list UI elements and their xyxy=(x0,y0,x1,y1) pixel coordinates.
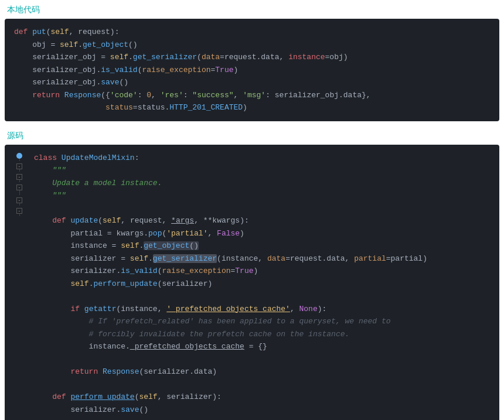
src-line-blank-2 xyxy=(34,290,492,303)
local-code-label: 本地代码 xyxy=(0,0,504,19)
src-line-perform-update: self.perform_update(serializer) xyxy=(34,278,492,291)
src-line-docstring-1: """ xyxy=(34,164,492,177)
src-line-docstring-2: Update a model instance. xyxy=(34,177,492,190)
local-line-7: status=status.HTTP_201_CREATED) xyxy=(14,101,490,114)
gutter-dot-class xyxy=(16,153,22,159)
local-line-5: serializer_obj.save() xyxy=(14,76,490,89)
local-line-3: serializer_obj = self.get_serializer(dat… xyxy=(14,51,490,64)
src-line-instance: instance = self.get_object() xyxy=(34,240,492,252)
fold-icon-4[interactable]: - xyxy=(16,197,22,203)
src-line-return-response: return Response(serializer.data) xyxy=(34,366,492,378)
src-line-comment-1: # If 'prefetch_related' has been applied… xyxy=(34,315,492,328)
page-container: 本地代码 def put(self, request): obj = self.… xyxy=(0,0,504,420)
src-line-blank-5 xyxy=(34,416,492,420)
src-line-def-update: def update(self, request, *args, **kwarg… xyxy=(34,214,492,227)
src-line-serializer: serializer = self.get_serializer(instanc… xyxy=(34,252,492,265)
fold-icon-3[interactable]: - xyxy=(16,185,22,190)
local-line-6: return Response({'code': 0, 'res': "succ… xyxy=(14,89,490,102)
fold-icon-5[interactable]: - xyxy=(16,208,22,214)
local-line-2: obj = self.get_object() xyxy=(14,39,490,52)
src-line-serializer-save: serializer.save() xyxy=(34,404,492,416)
fold-icon-1[interactable]: - xyxy=(16,163,22,169)
src-line-prefetch-assign: instance._prefetched_objects_cache = {} xyxy=(34,340,492,353)
src-line-blank-3 xyxy=(34,353,492,366)
gutter: - - - - xyxy=(5,152,34,421)
src-line-blank-1 xyxy=(34,202,492,215)
src-line-partial: partial = kwargs.pop('partial', False) xyxy=(34,227,492,240)
fold-icon-2[interactable]: - xyxy=(16,174,22,180)
src-line-blank-4 xyxy=(34,378,492,391)
gutter-vline-7 xyxy=(19,214,20,216)
src-line-if-getattr: if getattr(instance, '_prefetched_object… xyxy=(34,303,492,316)
src-line-comment-2: # forcibly invalidate the prefetch cache… xyxy=(34,328,492,341)
source-lines: class UpdateModelMixin: """ Update a mod… xyxy=(34,152,499,421)
local-line-4: serializer_obj.is_valid(raise_exception=… xyxy=(14,64,490,77)
src-line-def-perform-update: def perform_update(self, serializer): xyxy=(34,391,492,404)
src-line-is-valid: serializer.is_valid(raise_exception=True… xyxy=(34,265,492,278)
src-line-class: class UpdateModelMixin: xyxy=(34,152,492,165)
local-line-1: def put(self, request): xyxy=(14,26,490,39)
source-code-block: - - - - xyxy=(5,145,499,421)
local-code-block: def put(self, request): obj = self.get_o… xyxy=(5,19,499,121)
source-label: 源码 xyxy=(0,126,504,145)
src-line-docstring-3: """ xyxy=(34,189,492,202)
